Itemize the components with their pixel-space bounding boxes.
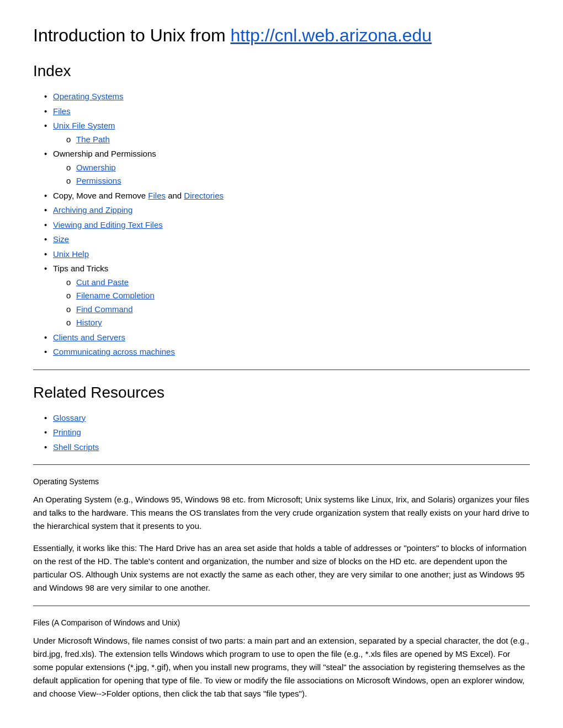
files-inline-link[interactable]: Files	[148, 191, 166, 200]
permissions-link[interactable]: Permissions	[76, 176, 121, 185]
list-item: Operating Systems	[44, 90, 530, 103]
list-item: Glossary	[44, 412, 530, 425]
archiving-link[interactable]: Archiving and Zipping	[53, 205, 132, 215]
list-item: Ownership	[64, 162, 530, 174]
list-item: Clients and Servers	[44, 331, 530, 344]
list-item: History	[64, 317, 530, 329]
index-heading: Index	[33, 60, 530, 83]
divider-3	[33, 606, 530, 606]
list-item: Permissions	[64, 175, 530, 188]
title-prefix: Introduction to Unix from	[33, 25, 230, 45]
list-item: Filename Completion	[64, 290, 530, 302]
list-item: Archiving and Zipping	[44, 204, 530, 217]
list-item: Viewing and Editing Text Files	[44, 219, 530, 232]
unix-help-link[interactable]: Unix Help	[53, 249, 89, 259]
directories-inline-link[interactable]: Directories	[184, 191, 224, 200]
list-item: Communicating across machines	[44, 346, 530, 358]
list-item: Printing	[44, 426, 530, 439]
unix-file-system-link[interactable]: Unix File System	[53, 121, 115, 130]
communicating-link[interactable]: Communicating across machines	[53, 347, 175, 356]
os-section-label: Operating Systems	[33, 476, 530, 488]
list-item: Shell Scripts	[44, 441, 530, 454]
find-command-link[interactable]: Find Command	[76, 304, 133, 314]
list-item: The Path	[64, 133, 530, 146]
cut-paste-link[interactable]: Cut and Paste	[76, 277, 129, 287]
glossary-link[interactable]: Glossary	[53, 413, 86, 422]
files-section-label: Files (A Comparison of Windows and Unix)	[33, 617, 530, 629]
operating-systems-link[interactable]: Operating Systems	[53, 92, 124, 101]
the-path-link[interactable]: The Path	[76, 135, 110, 144]
page-title: Introduction to Unix from http://cnl.web…	[33, 22, 530, 49]
list-item: Files	[44, 105, 530, 118]
clients-servers-link[interactable]: Clients and Servers	[53, 333, 125, 342]
filename-completion-link[interactable]: Filename Completion	[76, 291, 155, 300]
history-link[interactable]: History	[76, 318, 102, 327]
list-item: Cut and Paste	[64, 276, 530, 289]
tips-tricks-label: Tips and Tricks	[53, 264, 108, 273]
list-item: Find Command	[64, 303, 530, 316]
files-paragraph-1: Under Microsoft Windows, file names cons…	[33, 634, 530, 700]
list-item: Unix Help	[44, 248, 530, 261]
files-link[interactable]: Files	[53, 106, 71, 116]
related-resources-list: Glossary Printing Shell Scripts	[44, 412, 530, 454]
size-link[interactable]: Size	[53, 234, 69, 244]
divider-1	[33, 370, 530, 370]
sub-list: Ownership Permissions	[64, 162, 530, 188]
os-paragraph-2: Essentially, it works like this: The Har…	[33, 542, 530, 595]
sub-list: Cut and Paste Filename Completion Find C…	[64, 276, 530, 329]
copy-move-label: Copy, Move and Remove	[53, 191, 148, 200]
divider-2	[33, 464, 530, 465]
list-item: Ownership and Permissions Ownership Perm…	[44, 148, 530, 188]
list-item: Tips and Tricks Cut and Paste Filename C…	[44, 263, 530, 329]
sub-list: The Path	[64, 133, 530, 146]
list-item: Copy, Move and Remove Files and Director…	[44, 190, 530, 202]
shell-scripts-link[interactable]: Shell Scripts	[53, 442, 99, 452]
list-item: Unix File System The Path	[44, 120, 530, 146]
ownership-link[interactable]: Ownership	[76, 163, 116, 172]
ownership-permissions-label: Ownership and Permissions	[53, 149, 156, 158]
os-paragraph-1: An Operating System (e.g., Windows 95, W…	[33, 493, 530, 533]
printing-link[interactable]: Printing	[53, 427, 81, 437]
related-resources-heading: Related Resources	[33, 381, 530, 404]
and-label: and	[166, 191, 184, 200]
title-link[interactable]: http://cnl.web.arizona.edu	[230, 25, 432, 45]
list-item: Size	[44, 233, 530, 246]
viewing-editing-link[interactable]: Viewing and Editing Text Files	[53, 220, 163, 229]
index-list: Operating Systems Files Unix File System…	[44, 90, 530, 358]
